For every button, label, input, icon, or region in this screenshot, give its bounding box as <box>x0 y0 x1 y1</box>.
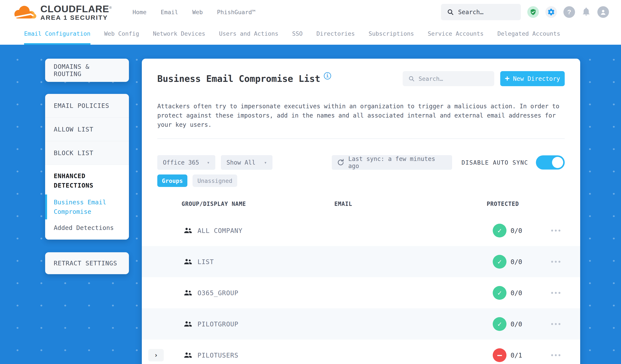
protected-badge: ✓ <box>493 286 506 300</box>
group-icon <box>183 258 193 266</box>
view-tab-groups[interactable]: Groups <box>157 174 187 187</box>
tab-network-devices[interactable]: Network Devices <box>153 24 205 45</box>
groups-table: GROUP/DISPLAY NAME EMAIL PROTECTED ALL C… <box>142 195 580 364</box>
protected-badge: ✓ <box>493 255 506 269</box>
nav-phishguard[interactable]: PhishGuard™ <box>217 9 256 16</box>
group-name: PILOTUSERS <box>197 351 239 359</box>
directory-search-placeholder: Search… <box>419 75 443 82</box>
tab-email-configuration[interactable]: Email Configuration <box>24 24 90 45</box>
brand-name: CLOUDFLARE® <box>40 3 112 14</box>
help-button[interactable]: ? <box>563 6 575 18</box>
bell-icon <box>582 7 591 16</box>
shield-check-icon <box>530 9 536 16</box>
app-header: CLOUDFLARE® AREA 1 SECURITY Home Email W… <box>0 0 621 24</box>
group-icon <box>183 289 193 297</box>
protected-count: 0/0 <box>511 289 522 296</box>
global-search-placeholder: Search… <box>458 9 483 16</box>
group-icon <box>183 351 193 360</box>
show-filter-select[interactable]: Show All ▾ <box>221 155 273 170</box>
tab-sso[interactable]: SSO <box>292 24 303 45</box>
group-name: LIST <box>197 258 214 265</box>
column-email: EMAIL <box>334 201 352 207</box>
sidebar-item-block-list[interactable]: BLOCK LIST <box>45 141 129 165</box>
tab-delegated-accounts[interactable]: Delegated Accounts <box>498 24 560 45</box>
protected-badge: − <box>493 348 506 362</box>
row-actions-button[interactable] <box>551 292 560 294</box>
table-row: ALL COMPANY ✓ 0/0 <box>142 215 580 246</box>
sidebar-item-business-email-compromise[interactable]: Business Email Compromise <box>45 195 129 219</box>
table-row: LIST ✓ 0/0 <box>142 246 580 277</box>
divider <box>157 139 565 139</box>
view-tab-unassigned[interactable]: Unassigned <box>192 174 237 187</box>
tab-web-config[interactable]: Web Config <box>104 24 139 45</box>
search-icon <box>447 9 454 16</box>
config-tabbar: Email Configuration Web Config Network D… <box>0 24 621 45</box>
person-icon <box>600 8 607 16</box>
sync-icon <box>337 158 345 166</box>
group-icon <box>183 226 193 235</box>
column-group-display-name: GROUP/DISPLAY NAME <box>182 201 246 207</box>
table-row: PILOTGROUP ✓ 0/0 <box>142 308 580 340</box>
protected-count: 0/1 <box>511 351 522 359</box>
table-row: O365_GROUP ✓ 0/0 <box>142 277 580 308</box>
global-search-input[interactable]: Search… <box>441 4 521 20</box>
notifications-button[interactable] <box>582 7 591 17</box>
tab-directories[interactable]: Directories <box>316 24 355 45</box>
brand-subtitle: AREA 1 SECURITY <box>40 14 112 21</box>
sidebar-item-allow-list[interactable]: ALLOW LIST <box>45 118 129 141</box>
nav-email[interactable]: Email <box>161 9 178 16</box>
group-name: ALL COMPANY <box>197 227 242 234</box>
row-actions-button[interactable] <box>551 323 560 325</box>
sidebar-item-added-detections[interactable]: Added Detections <box>45 219 129 234</box>
group-icon <box>183 320 193 328</box>
info-icon[interactable]: i <box>324 72 331 80</box>
sidebar-email-menu: EMAIL POLICIES ALLOW LIST BLOCK LIST ENH… <box>45 94 129 240</box>
security-status-button[interactable] <box>527 6 539 18</box>
row-actions-button[interactable] <box>551 229 560 231</box>
sidebar-item-enhanced-detections[interactable]: ENHANCED DETECTIONS <box>45 165 129 191</box>
tab-subscriptions[interactable]: Subscriptions <box>368 24 414 45</box>
account-button[interactable] <box>597 6 609 18</box>
directory-search-input[interactable]: Search… <box>403 71 494 86</box>
nav-home[interactable]: Home <box>133 9 147 16</box>
tab-service-accounts[interactable]: Service Accounts <box>428 24 484 45</box>
group-name: PILOTGROUP <box>197 320 239 328</box>
group-name: O365_GROUP <box>197 289 239 296</box>
auto-sync-toggle[interactable] <box>536 155 565 170</box>
directory-type-select[interactable]: Office 365 ▾ <box>157 155 215 170</box>
main-panel: Business Email Compromise List i Search…… <box>142 59 580 364</box>
search-icon <box>408 75 415 82</box>
chevron-down-icon: ▾ <box>207 160 210 165</box>
tab-users-and-actions[interactable]: Users and Actions <box>219 24 278 45</box>
protected-count: 0/0 <box>511 258 522 265</box>
header-actions: Search… ? <box>441 4 609 20</box>
table-row: › PILOTUSERS − 0/1 <box>142 340 580 364</box>
plus-icon: + <box>505 74 510 83</box>
registered-mark: ® <box>109 6 112 9</box>
page-title: Business Email Compromise List <box>157 73 320 84</box>
protected-badge: ✓ <box>493 317 506 331</box>
protected-badge: ✓ <box>493 224 506 237</box>
sidebar-item-domains-routing[interactable]: DOMAINS & ROUTING <box>45 59 129 82</box>
cloudflare-cloud-icon <box>12 3 38 21</box>
cloudflare-logo[interactable]: CLOUDFLARE® AREA 1 SECURITY <box>12 3 112 21</box>
top-nav: Home Email Web PhishGuard™ <box>133 9 256 16</box>
settings-button[interactable] <box>545 6 557 18</box>
auto-sync-label: DISABLE AUTO SYNC <box>462 159 528 166</box>
last-sync-button[interactable]: Last sync: a few minutes ago <box>332 155 452 170</box>
row-actions-button[interactable] <box>551 354 560 356</box>
sidebar-item-retract-settings[interactable]: RETRACT SETTINGS <box>45 252 129 274</box>
gear-icon <box>547 8 555 16</box>
page-description: Attackers often try to impersonate execu… <box>157 102 566 129</box>
sidebar-item-email-policies[interactable]: EMAIL POLICIES <box>45 94 129 118</box>
page-background: DOMAINS & ROUTING EMAIL POLICIES ALLOW L… <box>0 45 621 364</box>
nav-web[interactable]: Web <box>192 9 203 16</box>
expand-row-button[interactable]: › <box>148 349 164 362</box>
protected-count: 0/0 <box>511 320 522 328</box>
question-icon: ? <box>567 8 571 16</box>
new-directory-button[interactable]: + New Directory <box>500 71 565 86</box>
protected-count: 0/0 <box>511 227 522 234</box>
row-actions-button[interactable] <box>551 261 560 262</box>
column-protected: PROTECTED <box>487 201 519 207</box>
table-header: GROUP/DISPLAY NAME EMAIL PROTECTED <box>142 195 580 215</box>
